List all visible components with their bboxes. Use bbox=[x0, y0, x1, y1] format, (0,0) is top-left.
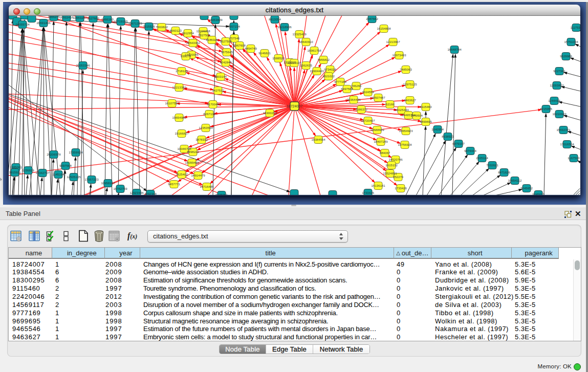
svg-text:1244415: 1244415 bbox=[548, 99, 560, 102]
svg-text:12505135: 12505135 bbox=[67, 175, 81, 179]
svg-text:10654112: 10654112 bbox=[508, 179, 522, 182]
svg-text:10653267: 10653267 bbox=[73, 16, 87, 19]
svg-text:3878332: 3878332 bbox=[195, 138, 208, 141]
svg-text:8471626: 8471626 bbox=[498, 170, 510, 174]
svg-text:12213382: 12213382 bbox=[172, 85, 186, 89]
svg-text:9777169: 9777169 bbox=[334, 80, 346, 83]
svg-text:1640954: 1640954 bbox=[431, 127, 444, 131]
svg-text:20206578: 20206578 bbox=[47, 152, 61, 156]
svg-text:7386372: 7386372 bbox=[355, 107, 367, 111]
svg-text:2087662: 2087662 bbox=[366, 17, 378, 20]
svg-text:6879197: 6879197 bbox=[452, 142, 465, 145]
svg-text:9527505: 9527505 bbox=[220, 39, 232, 43]
svg-text:1362635: 1362635 bbox=[300, 63, 312, 67]
svg-text:19384554: 19384554 bbox=[311, 138, 325, 141]
svg-text:757546: 757546 bbox=[229, 36, 240, 40]
svg-text:3912954: 3912954 bbox=[182, 31, 194, 35]
svg-text:3875645: 3875645 bbox=[221, 50, 233, 54]
svg-text:7625402: 7625402 bbox=[176, 172, 188, 176]
svg-text:19654982: 19654982 bbox=[172, 116, 186, 119]
svg-text:9427512: 9427512 bbox=[212, 89, 224, 92]
svg-text:15720407: 15720407 bbox=[361, 119, 375, 122]
svg-text:9498222: 9498222 bbox=[187, 150, 199, 154]
svg-text:10958107: 10958107 bbox=[101, 181, 115, 185]
svg-text:1588520: 1588520 bbox=[272, 56, 285, 60]
svg-text:6466160: 6466160 bbox=[101, 17, 114, 21]
svg-text:9227341: 9227341 bbox=[553, 69, 565, 73]
svg-text:12923446: 12923446 bbox=[129, 191, 144, 194]
svg-text:9245652: 9245652 bbox=[520, 186, 533, 190]
svg-text:252274: 252274 bbox=[393, 175, 404, 179]
svg-text:8186328: 8186328 bbox=[206, 38, 218, 41]
svg-text:1167533: 1167533 bbox=[568, 156, 580, 160]
svg-text:8215955: 8215955 bbox=[540, 107, 552, 111]
svg-text:1385061: 1385061 bbox=[10, 165, 22, 169]
svg-text:24055724: 24055724 bbox=[15, 23, 30, 26]
svg-text:8938923: 8938923 bbox=[442, 135, 454, 138]
svg-text:13716485: 13716485 bbox=[200, 185, 214, 188]
svg-text:939076: 939076 bbox=[181, 54, 191, 58]
svg-text:7857234: 7857234 bbox=[228, 25, 240, 28]
svg-text:20053346: 20053346 bbox=[76, 63, 90, 67]
svg-text:1156829: 1156829 bbox=[22, 168, 34, 172]
svg-text:2718129: 2718129 bbox=[176, 69, 188, 73]
svg-text:19218906: 19218906 bbox=[277, 25, 292, 29]
svg-text:1527602: 1527602 bbox=[87, 16, 99, 20]
svg-text:1145194: 1145194 bbox=[52, 172, 64, 176]
svg-text:10671355: 10671355 bbox=[128, 21, 142, 25]
svg-text:3915911: 3915911 bbox=[9, 170, 21, 174]
svg-text:12353594: 12353594 bbox=[199, 126, 213, 129]
svg-text:12342737: 12342737 bbox=[35, 171, 50, 174]
svg-text:18724007: 18724007 bbox=[287, 104, 302, 108]
svg-text:17016504: 17016504 bbox=[560, 142, 574, 146]
svg-text:7955812: 7955812 bbox=[317, 58, 330, 61]
svg-text:10654923: 10654923 bbox=[399, 129, 413, 133]
svg-text:8170046: 8170046 bbox=[207, 102, 219, 106]
svg-text:9327505: 9327505 bbox=[198, 33, 210, 37]
svg-text:14914479: 14914479 bbox=[191, 173, 205, 177]
svg-text:15300273: 15300273 bbox=[263, 111, 277, 115]
svg-text:19904443: 19904443 bbox=[310, 69, 324, 73]
svg-text:20911416: 20911416 bbox=[60, 16, 74, 19]
svg-text:9097568: 9097568 bbox=[59, 164, 72, 167]
svg-text:13220137: 13220137 bbox=[287, 61, 301, 64]
svg-text:12213967: 12213967 bbox=[386, 40, 400, 43]
svg-text:1984275: 1984275 bbox=[48, 16, 60, 18]
svg-text:16782759: 16782759 bbox=[113, 187, 127, 190]
svg-text:9115460: 9115460 bbox=[420, 105, 432, 108]
svg-text:1615132: 1615132 bbox=[385, 163, 398, 167]
svg-text:9529986: 9529986 bbox=[560, 54, 572, 58]
svg-text:6899695: 6899695 bbox=[420, 120, 432, 123]
svg-text:15751034: 15751034 bbox=[564, 40, 578, 43]
svg-text:7485063: 7485063 bbox=[400, 68, 412, 71]
svg-text:8903144: 8903144 bbox=[214, 75, 227, 78]
svg-text:16107553: 16107553 bbox=[165, 101, 179, 105]
svg-text:9734028: 9734028 bbox=[324, 68, 336, 71]
svg-text:16648784: 16648784 bbox=[447, 48, 462, 51]
svg-text:7632621: 7632621 bbox=[486, 163, 498, 167]
svg-text:14099485: 14099485 bbox=[185, 161, 199, 164]
svg-text:20691406: 20691406 bbox=[36, 21, 51, 25]
svg-text:7515526: 7515526 bbox=[143, 25, 155, 28]
svg-text:10507487: 10507487 bbox=[371, 96, 385, 99]
svg-text:16154808: 16154808 bbox=[377, 27, 391, 30]
svg-text:1733426: 1733426 bbox=[362, 191, 374, 194]
svg-text:17359924: 17359924 bbox=[69, 150, 83, 154]
svg-text:15692371: 15692371 bbox=[556, 128, 571, 132]
svg-text:13226058: 13226058 bbox=[196, 29, 210, 33]
svg-text:3024554: 3024554 bbox=[362, 90, 374, 94]
svg-text:16210643: 16210643 bbox=[552, 112, 567, 116]
svg-text:1733426: 1733426 bbox=[395, 186, 407, 190]
svg-text:1621022: 1621022 bbox=[322, 74, 335, 78]
svg-text:18640910: 18640910 bbox=[299, 40, 313, 43]
svg-text:20364436: 20364436 bbox=[346, 98, 361, 101]
svg-text:2935114: 2935114 bbox=[476, 156, 488, 160]
svg-text:9146821: 9146821 bbox=[258, 51, 271, 55]
svg-text:13524851: 13524851 bbox=[383, 171, 397, 175]
svg-text:6497568: 6497568 bbox=[341, 87, 353, 91]
svg-text:12975125: 12975125 bbox=[403, 82, 417, 86]
svg-text:884067: 884067 bbox=[380, 151, 390, 155]
svg-text:8454749: 8454749 bbox=[245, 47, 257, 50]
svg-text:10973493: 10973493 bbox=[392, 53, 406, 57]
svg-text:19756928: 19756928 bbox=[398, 143, 412, 146]
